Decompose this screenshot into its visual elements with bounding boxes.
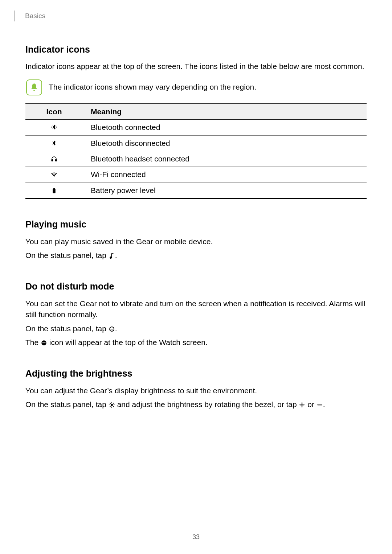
svg-line-19: [110, 406, 111, 407]
note-bell-icon: [26, 79, 42, 95]
table-row: Bluetooth connected: [25, 120, 367, 135]
battery-icon: [51, 187, 57, 194]
svg-point-4: [56, 161, 57, 161]
text-fragment: or: [305, 400, 316, 409]
text-fragment: and adjust the brightness by rotating th…: [115, 400, 299, 409]
svg-rect-7: [53, 189, 56, 193]
indicator-icon-table: Icon Meaning Bluetooth connected: [25, 103, 367, 199]
note-box: The indicator icons shown may vary depen…: [25, 79, 367, 95]
text-fragment: On the status panel, tap: [25, 400, 109, 409]
text-fragment: On the status panel, tap: [25, 251, 109, 259]
svg-point-0: [51, 127, 52, 127]
col-meaning: Meaning: [83, 104, 367, 120]
bluetooth-connected-icon: [51, 124, 57, 131]
dnd-line2: On the status panel, tap .: [25, 323, 367, 334]
music-note-icon: [109, 253, 115, 259]
heading-playing-music: Playing music: [25, 218, 367, 231]
text-fragment: icon will appear at the top of the Watch…: [47, 338, 208, 346]
music-line1: You can play music saved in the Gear or …: [25, 236, 367, 247]
cell-meaning: Battery power level: [83, 182, 367, 198]
heading-dnd: Do not disturb mode: [25, 280, 367, 293]
text-fragment: .: [115, 324, 117, 333]
cell-meaning: Wi-Fi connected: [83, 167, 367, 182]
table-header-row: Icon Meaning: [25, 104, 367, 120]
table-row: Bluetooth headset connected: [25, 151, 367, 167]
cell-icon: [25, 167, 83, 182]
music-line2: On the status panel, tap .: [25, 250, 367, 261]
dnd-outline-icon: [109, 326, 115, 332]
breadcrumb-divider: [15, 11, 15, 21]
bluetooth-headset-icon: [51, 156, 57, 162]
table-row: Bluetooth disconnected: [25, 135, 367, 151]
cell-icon: [25, 135, 83, 151]
plus-icon: [299, 402, 305, 408]
text-fragment: The: [25, 338, 41, 346]
page-number: 33: [0, 532, 392, 542]
cell-icon: [25, 151, 83, 167]
wifi-icon: [51, 171, 57, 178]
indicator-intro: Indicator icons appear at the top of the…: [25, 61, 367, 72]
svg-line-17: [110, 403, 111, 404]
cell-meaning: Bluetooth disconnected: [83, 135, 367, 151]
svg-point-12: [111, 404, 113, 406]
cell-icon: [25, 182, 83, 198]
heading-indicator-icons: Indicator icons: [25, 43, 367, 56]
minus-icon: [317, 402, 323, 408]
text-fragment: On the status panel, tap: [25, 324, 109, 333]
brightness-sun-icon: [109, 402, 115, 408]
breadcrumb-wrap: Basics: [15, 11, 367, 21]
dnd-line3: The icon will appear at the top of the W…: [25, 337, 367, 348]
text-fragment: .: [323, 400, 325, 409]
heading-brightness: Adjusting the brightness: [25, 367, 367, 380]
note-text: The indicator icons shown may vary depen…: [49, 82, 256, 93]
bluetooth-disconnected-icon: [51, 140, 57, 147]
document-page: Basics Indicator icons Indicator icons a…: [0, 0, 392, 554]
cell-meaning: Bluetooth headset connected: [83, 151, 367, 167]
col-icon: Icon: [25, 104, 83, 120]
text-fragment: .: [115, 251, 117, 259]
svg-point-1: [56, 127, 57, 127]
svg-line-20: [113, 403, 114, 404]
brightness-line2: On the status panel, tap and adjust the …: [25, 399, 367, 410]
cell-icon: [25, 120, 83, 135]
dnd-filled-icon: [41, 340, 47, 346]
svg-rect-2: [52, 160, 53, 161]
svg-rect-11: [42, 342, 46, 343]
breadcrumb: Basics: [25, 11, 45, 21]
svg-point-5: [54, 176, 54, 177]
svg-line-18: [113, 406, 114, 407]
table-row: Wi-Fi connected: [25, 167, 367, 182]
dnd-line1: You can set the Gear not to vibrate and …: [25, 298, 367, 320]
table-row: Battery power level: [25, 182, 367, 198]
cell-meaning: Bluetooth connected: [83, 120, 367, 135]
brightness-line1: You can adjust the Gear’s display bright…: [25, 385, 367, 396]
svg-rect-6: [53, 188, 55, 189]
